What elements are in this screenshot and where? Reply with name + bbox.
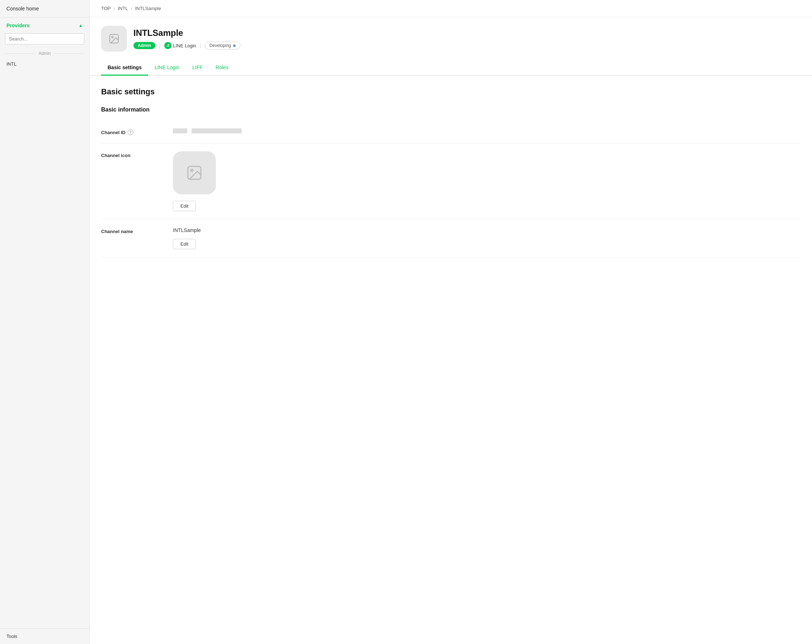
search-input[interactable]: [5, 34, 84, 44]
value-channel-name: INTLSample Edit: [173, 227, 801, 249]
provider-badges: Admin | ↺ LINE Login | Developing: [133, 41, 240, 49]
label-channel-name-text: Channel name: [101, 229, 133, 234]
tab-line-login[interactable]: LINE Login: [148, 60, 186, 76]
sidebar-search-container: [0, 34, 89, 49]
value-channel-id: ·: [173, 128, 801, 133]
help-icon-channel-id[interactable]: ?: [128, 130, 133, 135]
sidebar: Console home Providers ▲ Admin INTL Tool…: [0, 0, 90, 644]
developing-label: Developing: [209, 43, 231, 48]
field-channel-icon: Channel icon Edit: [101, 143, 801, 220]
tab-basic-settings[interactable]: Basic settings: [101, 60, 148, 76]
line-login-label: LINE Login: [173, 43, 196, 49]
field-channel-name: Channel name INTLSample Edit: [101, 220, 801, 258]
label-channel-icon: Channel icon: [101, 151, 159, 158]
content-area: Basic settings Basic information Channel…: [90, 76, 812, 269]
channel-icon-placeholder: [173, 151, 216, 194]
breadcrumb-intlsample[interactable]: INTLSample: [135, 6, 161, 11]
page-title: Basic settings: [101, 87, 801, 96]
redacted-channel-id: ·: [173, 128, 801, 133]
section-title-basic-info: Basic information: [101, 107, 801, 113]
breadcrumb-intl[interactable]: INTL: [118, 6, 128, 11]
svg-point-1: [111, 36, 113, 38]
field-channel-id: Channel ID ? ·: [101, 120, 801, 143]
chevron-up-icon: ▲: [79, 23, 83, 28]
tab-roles[interactable]: Roles: [209, 60, 235, 76]
channel-name-value: INTLSample: [173, 227, 801, 233]
redacted-dot: ·: [189, 128, 190, 133]
edit-name-button[interactable]: Edit: [173, 239, 196, 249]
tabs: Basic settings LINE Login LIFF Roles: [90, 60, 812, 76]
redacted-block-1: [173, 128, 187, 133]
badge-developing: Developing: [205, 41, 240, 49]
sidebar-tools[interactable]: Tools: [0, 628, 89, 644]
providers-label: Providers: [6, 23, 30, 28]
value-channel-icon: Edit: [173, 151, 801, 211]
tab-liff[interactable]: LIFF: [186, 60, 209, 76]
line-icon: ↺: [164, 42, 171, 49]
breadcrumb-top[interactable]: TOP: [101, 6, 111, 11]
label-channel-id-text: Channel ID: [101, 130, 125, 135]
provider-name: INTLSample: [133, 28, 240, 38]
sidebar-console-home[interactable]: Console home: [0, 0, 89, 18]
breadcrumb-sep-2: ›: [131, 6, 132, 11]
badge-admin: Admin: [133, 42, 155, 49]
provider-icon-placeholder: [101, 26, 127, 52]
badge-separator-2: |: [200, 42, 201, 49]
status-dot: [233, 44, 236, 47]
provider-info: INTLSample Admin | ↺ LINE Login | Develo…: [133, 28, 240, 49]
provider-header: INTLSample Admin | ↺ LINE Login | Develo…: [90, 17, 812, 52]
svg-point-3: [191, 169, 193, 171]
breadcrumb: TOP › INTL › INTLSample: [90, 0, 812, 17]
admin-divider: Admin: [0, 51, 89, 56]
badge-separator-1: |: [159, 42, 160, 49]
sidebar-item-intl[interactable]: INTL: [0, 58, 89, 70]
badge-line-login: ↺ LINE Login: [164, 42, 196, 49]
sidebar-providers-section[interactable]: Providers ▲: [0, 18, 89, 34]
main-content: TOP › INTL › INTLSample INTLSample Admin…: [90, 0, 812, 644]
redacted-block-2: [192, 128, 242, 133]
edit-icon-button[interactable]: Edit: [173, 201, 196, 211]
label-channel-name: Channel name: [101, 227, 159, 234]
label-channel-icon-text: Channel icon: [101, 153, 131, 158]
label-channel-id: Channel ID ?: [101, 128, 159, 135]
breadcrumb-sep-1: ›: [114, 6, 115, 11]
